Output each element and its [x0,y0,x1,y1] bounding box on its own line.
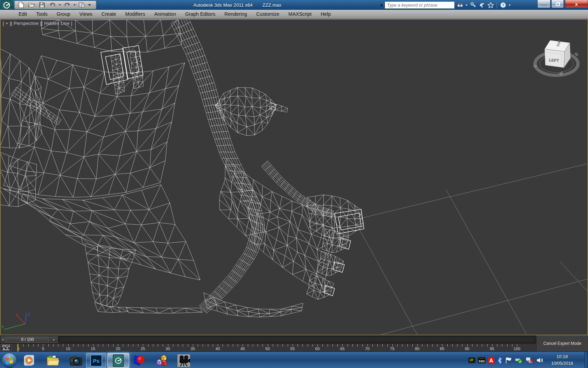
ruler-label: 95 [490,347,494,351]
menu-modifiers[interactable]: Modifiers [121,10,150,19]
ruler-tick [203,344,203,347]
help-dropdown-caret[interactable] [509,5,511,6]
ssd-label: SSD [478,360,484,363]
menu-tools[interactable]: Tools [31,10,52,19]
adobe-tray-icon[interactable] [488,357,495,364]
menu-rendering[interactable]: Rendering [220,10,252,19]
ruler-tick [447,344,448,347]
ruler-tick [492,344,492,347]
infocenter-search-input[interactable] [385,1,455,9]
project-folder-button[interactable] [77,1,86,8]
time-slider-row: < 0 / 100 > [0,335,588,343]
communication-center-button[interactable] [478,2,485,9]
cancel-expert-mode-button[interactable]: Cancel Expert Mode [536,335,588,352]
action-center-flag-icon[interactable] [505,357,512,364]
viewcube-front-face[interactable]: LEFT [549,58,559,63]
subscription-center-button[interactable] [470,2,477,9]
menu-create[interactable]: Create [97,10,121,19]
open-file-button[interactable] [27,1,36,8]
ruler-tick [412,344,413,347]
current-frame-marker[interactable] [17,344,19,352]
viewport-label[interactable]: [ + ][ Perspective ][ Hidden Line ] [3,21,72,26]
menu-edit[interactable]: Edit [14,10,31,19]
taskbar-3dsmax-button[interactable] [107,353,129,368]
menu-graph-editors[interactable]: Graph Editors [181,10,220,19]
redo-button[interactable] [63,1,72,8]
show-desktop-button[interactable] [584,352,588,368]
infocenter-collapse-icon[interactable] [381,4,383,7]
track-bar[interactable]: 0510152025303540455055606570758085909510… [0,343,588,352]
undo-button[interactable] [48,1,57,8]
ruler-tick [273,344,273,347]
previous-frame-button[interactable]: < [1,336,6,343]
ruler-tick [402,344,402,347]
viewcube[interactable]: N S W TOP LEFT [532,39,580,77]
ruler-tick [118,344,118,347]
ruler-tick [238,344,238,347]
track-bar-scale[interactable]: 0510152025303540455055606570758085909510… [0,344,536,352]
ruler-tick [422,344,422,347]
safely-remove-hardware-icon[interactable] [514,357,523,364]
favorites-button[interactable] [487,2,494,9]
menu-maxscript[interactable]: MAXScript [284,10,316,19]
windows-flag-icon [6,356,14,365]
taskbar-film-camera-button[interactable] [176,353,191,368]
taskbar-photoshop-button[interactable]: Ps [86,353,106,368]
menu-group[interactable]: Group [52,10,75,19]
ruler-tick [88,344,89,347]
taskbar-explorer-button[interactable] [46,353,60,368]
app-menu-button[interactable] [1,0,13,9]
ruler-tick [123,344,123,347]
menu-help[interactable]: Help [316,10,335,19]
menu-views[interactable]: Views [75,10,97,19]
ruler-tick [467,344,468,347]
ruler-tick [63,344,63,347]
ruler-tick [143,344,143,347]
time-slider-handle[interactable]: 0 / 100 [6,336,49,343]
ruler-tick [357,344,358,347]
ruler-tick [233,344,233,347]
taskbar-cubes-app-button[interactable] [155,353,169,368]
save-file-button[interactable] [37,1,47,8]
ruler-label: 70 [365,347,370,351]
taskbar-photo-camera-button[interactable] [69,353,83,368]
infocenter-search-button[interactable] [456,2,463,9]
menu-animation[interactable]: Animation [150,10,181,19]
network-disconnected-icon[interactable] [525,357,534,364]
bluetooth-tray-icon[interactable] [497,357,503,364]
new-scene-button[interactable] [16,1,26,8]
save-floppy-icon [39,2,45,8]
restore-button[interactable] [551,0,564,8]
ruler-tick [392,344,393,347]
ruler-tick [348,344,348,347]
ruler-tick [497,344,497,347]
close-button[interactable]: x [565,0,588,8]
next-frame-button[interactable]: > [50,336,58,343]
start-button[interactable] [2,353,17,368]
toolbar-overflow-caret[interactable] [88,4,91,6]
ruler-tick [58,344,58,347]
taskbar-media-player-button[interactable] [22,353,36,368]
volume-tray-icon[interactable] [536,357,544,364]
help-button[interactable]: ? [499,2,506,9]
ruler-tick [308,344,308,347]
taskbar-sphere-app-button[interactable] [132,353,147,368]
menu-customize[interactable]: Customize [252,10,284,19]
wireframe-shoe-foot-model [1,20,364,317]
nvidia-tray-icon[interactable] [468,357,475,364]
ssd-tray-icon[interactable]: SSD [478,357,485,364]
media-player-icon [23,355,35,367]
taskbar-clock[interactable]: 10:18 10/05/2018 [545,353,579,367]
timeline-area: < 0 / 100 > 0510152025303540455055606570… [0,335,588,352]
ruler-label: 10 [66,347,70,351]
ruler-tick [253,344,253,347]
new-file-icon [18,2,24,8]
search-scope-caret[interactable] [465,5,468,6]
redo-dropdown-caret[interactable] [74,4,76,6]
minimize-button[interactable] [537,0,551,8]
time-slider-track[interactable] [59,337,535,342]
undo-dropdown-caret[interactable] [59,4,61,6]
ruler-label: 35 [190,347,195,351]
3dsmax-taskbar-icon [113,354,124,367]
viewport-perspective[interactable]: X Z Y N S W TOP LEFT [ + ][ Perspective … [0,19,588,335]
